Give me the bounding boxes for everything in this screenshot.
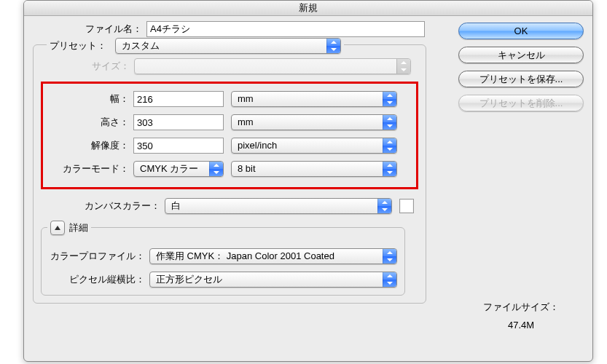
canvas-color-swatch[interactable] bbox=[399, 199, 414, 213]
file-size-value: 47.4M bbox=[458, 320, 584, 331]
cancel-button[interactable]: キャンセル bbox=[458, 47, 584, 63]
color-depth-select[interactable]: 8 bit bbox=[231, 161, 397, 177]
color-mode-select[interactable]: CMYK カラー bbox=[133, 161, 224, 177]
height-label: 高さ： bbox=[50, 116, 133, 129]
height-unit-select[interactable]: mm bbox=[231, 114, 397, 130]
size-label: サイズ： bbox=[41, 60, 134, 73]
resolution-input[interactable] bbox=[133, 138, 224, 154]
chevron-updown-icon bbox=[383, 161, 396, 177]
width-input[interactable] bbox=[133, 91, 224, 107]
size-select bbox=[134, 58, 411, 74]
filename-label: ファイル名： bbox=[33, 23, 146, 36]
color-profile-label: カラープロファイル： bbox=[49, 250, 149, 263]
chevron-updown-icon bbox=[383, 114, 396, 130]
save-preset-button[interactable]: プリセットを保存... bbox=[458, 71, 584, 87]
chevron-updown-icon bbox=[396, 58, 410, 74]
canvas-color-value: 白 bbox=[171, 200, 181, 211]
chevron-updown-icon bbox=[383, 91, 396, 107]
color-profile-select[interactable]: 作業用 CMYK： Japan Color 2001 Coated bbox=[149, 248, 397, 264]
height-unit-value: mm bbox=[238, 116, 254, 127]
chevron-updown-icon bbox=[326, 38, 340, 54]
resolution-unit-select[interactable]: pixel/inch bbox=[231, 138, 397, 154]
chevron-updown-icon bbox=[383, 272, 396, 288]
preset-label: プリセット： bbox=[50, 39, 111, 52]
width-unit-select[interactable]: mm bbox=[231, 91, 397, 107]
chevron-updown-icon bbox=[383, 138, 396, 154]
color-mode-value: CMYK カラー bbox=[140, 163, 198, 174]
filename-input[interactable] bbox=[146, 21, 425, 37]
ok-button[interactable]: OK bbox=[458, 23, 584, 39]
dialog-title: 新規 bbox=[24, 1, 592, 16]
width-label: 幅： bbox=[50, 92, 133, 106]
pixel-aspect-label: ピクセル縦横比： bbox=[49, 273, 149, 286]
height-input[interactable] bbox=[133, 114, 224, 130]
file-size-label: ファイルサイズ： bbox=[458, 301, 584, 314]
advanced-disclose-toggle[interactable] bbox=[50, 221, 65, 235]
color-mode-label: カラーモード： bbox=[50, 162, 133, 175]
chevron-updown-icon bbox=[209, 161, 223, 177]
chevron-updown-icon bbox=[383, 248, 396, 264]
pixel-aspect-value: 正方形ピクセル bbox=[156, 274, 222, 285]
new-document-dialog: 新規 ファイル名： プリセット： カスタム サイズ： bbox=[23, 0, 593, 362]
resolution-label: 解像度： bbox=[50, 139, 133, 152]
resolution-unit-value: pixel/inch bbox=[238, 140, 277, 151]
color-depth-value: 8 bit bbox=[238, 163, 256, 174]
preset-value: カスタム bbox=[122, 40, 160, 51]
delete-preset-button: プリセットを削除... bbox=[458, 95, 584, 111]
chevron-updown-icon bbox=[377, 198, 391, 214]
pixel-aspect-select[interactable]: 正方形ピクセル bbox=[149, 272, 397, 288]
canvas-color-select[interactable]: 白 bbox=[165, 198, 392, 214]
advanced-label: 詳細 bbox=[69, 221, 88, 234]
width-unit-value: mm bbox=[238, 93, 254, 104]
preset-select[interactable]: カスタム bbox=[115, 38, 341, 54]
color-profile-value: 作業用 CMYK： Japan Color 2001 Coated bbox=[156, 250, 334, 261]
canvas-color-label: カンバスカラー： bbox=[41, 199, 165, 213]
highlighted-params-group: 幅： mm 高さ： mm bbox=[41, 82, 418, 189]
